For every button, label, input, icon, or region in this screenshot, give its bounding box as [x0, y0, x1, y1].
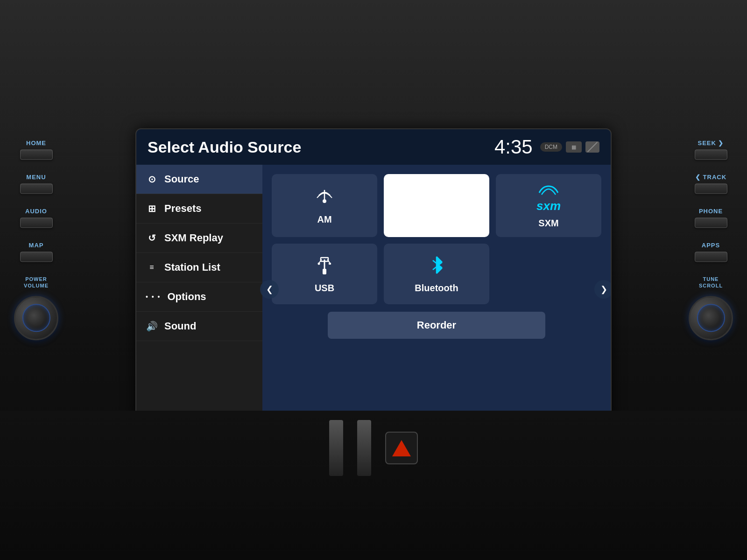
screen-header: Select Audio Source 4:35 DCM ▦	[136, 129, 611, 165]
signal-icon: ▦	[571, 144, 576, 150]
bluetooth-label: Bluetooth	[415, 283, 458, 294]
svg-rect-2	[323, 269, 326, 274]
volume-knob[interactable]	[14, 296, 58, 340]
map-label: MAP	[29, 242, 44, 249]
bluetooth-source-button[interactable]: Bluetooth	[384, 244, 489, 304]
source-icon: ⊙	[146, 174, 158, 185]
apps-label: APPS	[702, 242, 720, 249]
sound-icon: 🔊	[146, 321, 158, 332]
track-button-group: ❮ TRACK	[695, 174, 727, 194]
screen-title: Select Audio Source	[148, 138, 301, 156]
usb-label: USB	[315, 283, 334, 294]
svg-marker-10	[431, 257, 437, 273]
tune-knob[interactable]	[689, 296, 733, 340]
nav-item-sxm-replay[interactable]: ↺ SXM Replay	[136, 224, 262, 253]
sxm-logo: sxm	[536, 182, 561, 213]
scroll-left-button[interactable]: ❮	[260, 280, 279, 299]
audio-label: AUDIO	[25, 208, 47, 215]
audio-button[interactable]	[20, 217, 53, 228]
options-label: Options	[167, 291, 206, 303]
tune-knob-inner	[697, 304, 725, 332]
nav-item-station-list[interactable]: ≡ Station List	[136, 253, 262, 282]
volume-knob-inner	[22, 304, 50, 332]
sxm-source-button[interactable]: sxm SXM	[496, 174, 601, 237]
menu-button-group: MENU	[20, 174, 53, 194]
home-button-group: HOME	[20, 140, 53, 160]
sxm-replay-icon: ↺	[146, 232, 158, 244]
main-screen: Select Audio Source 4:35 DCM ▦	[135, 128, 612, 432]
status-icons: DCM ▦	[540, 141, 599, 153]
audio-button-group: AUDIO	[20, 208, 53, 228]
fm-source-button[interactable]	[384, 174, 489, 237]
left-controls: HOME MENU AUDIO MAP POWERVOLUME	[14, 140, 58, 340]
map-button-group: MAP	[20, 242, 53, 262]
phone-button[interactable]	[695, 217, 727, 228]
sxm-replay-label: SXM Replay	[164, 232, 223, 244]
am-label: AM	[317, 214, 331, 225]
bluetooth-icon	[427, 255, 446, 278]
sxm-waves-icon	[537, 182, 560, 198]
presets-label: Presets	[164, 203, 202, 215]
home-label: HOME	[26, 140, 46, 147]
tune-scroll-label: TUNESCROLL	[699, 276, 723, 289]
track-button[interactable]	[695, 183, 727, 194]
signal-icon-box: ▦	[566, 141, 582, 153]
tune-knob-group: TUNESCROLL	[689, 276, 733, 340]
am-radio-icon	[314, 186, 335, 210]
screen-body: ⊙ Source ⊞ Presets ↺ SXM Replay ≡ Statio…	[136, 165, 611, 418]
right-controls: SEEK ❯ ❮ TRACK PHONE APPS TUNESCROLL	[689, 140, 733, 340]
phone-button-group: PHONE	[695, 208, 727, 228]
svg-point-0	[323, 199, 326, 203]
svg-rect-8	[329, 263, 331, 265]
seek-label: SEEK ❯	[698, 140, 724, 147]
header-right: 4:35 DCM ▦	[494, 136, 599, 158]
seek-button-group: SEEK ❯	[695, 140, 727, 160]
hazard-area	[329, 420, 418, 476]
nav-item-options[interactable]: • • • Options	[136, 282, 262, 312]
sound-label: Sound	[164, 320, 196, 332]
car-panel: HOME MENU AUDIO MAP POWERVOLUME Select A…	[0, 0, 747, 560]
map-button[interactable]	[20, 252, 53, 262]
svg-point-6	[318, 262, 320, 265]
hazard-button[interactable]	[385, 432, 418, 464]
scroll-right-button[interactable]: ❯	[594, 280, 611, 299]
phone-label: PHONE	[699, 208, 723, 215]
apps-button-group: APPS	[695, 242, 727, 262]
source-label: Source	[164, 173, 199, 185]
presets-icon: ⊞	[146, 203, 158, 214]
sxm-label: SXM	[538, 218, 558, 229]
station-list-label: Station List	[164, 261, 220, 273]
sxm-text: sxm	[536, 199, 561, 213]
apps-button[interactable]	[695, 252, 727, 262]
options-icon: • • •	[146, 293, 161, 301]
right-arrow-icon: ❯	[600, 284, 607, 294]
usb-icon	[315, 255, 334, 278]
shift-lever-2	[357, 420, 371, 476]
seek-button[interactable]	[695, 149, 727, 160]
dcm-label: DCM	[545, 144, 557, 150]
source-grid: AM	[272, 174, 601, 304]
nav-item-sound[interactable]: 🔊 Sound	[136, 312, 262, 341]
power-volume-label: POWERVOLUME	[24, 276, 49, 289]
shift-lever	[329, 420, 343, 476]
clock-display: 4:35	[494, 136, 533, 158]
track-label: ❮ TRACK	[695, 174, 726, 181]
left-arrow-icon: ❮	[266, 284, 273, 294]
nav-menu: ⊙ Source ⊞ Presets ↺ SXM Replay ≡ Statio…	[136, 165, 262, 418]
dcm-status: DCM	[540, 142, 562, 152]
content-area: ❮	[262, 165, 611, 418]
usb-source-button[interactable]: USB	[272, 244, 377, 304]
reorder-button[interactable]: Reorder	[328, 312, 545, 339]
am-source-button[interactable]: AM	[272, 174, 377, 237]
nav-item-presets[interactable]: ⊞ Presets	[136, 194, 262, 224]
bottom-panel	[0, 411, 747, 560]
hazard-triangle-icon	[392, 440, 411, 456]
volume-knob-group: POWERVOLUME	[14, 276, 58, 340]
station-list-icon: ≡	[146, 263, 158, 272]
mute-icon	[585, 141, 599, 153]
home-button[interactable]	[20, 149, 53, 160]
nav-item-source[interactable]: ⊙ Source	[136, 165, 262, 194]
menu-button[interactable]	[20, 183, 53, 194]
menu-label: MENU	[26, 174, 46, 181]
